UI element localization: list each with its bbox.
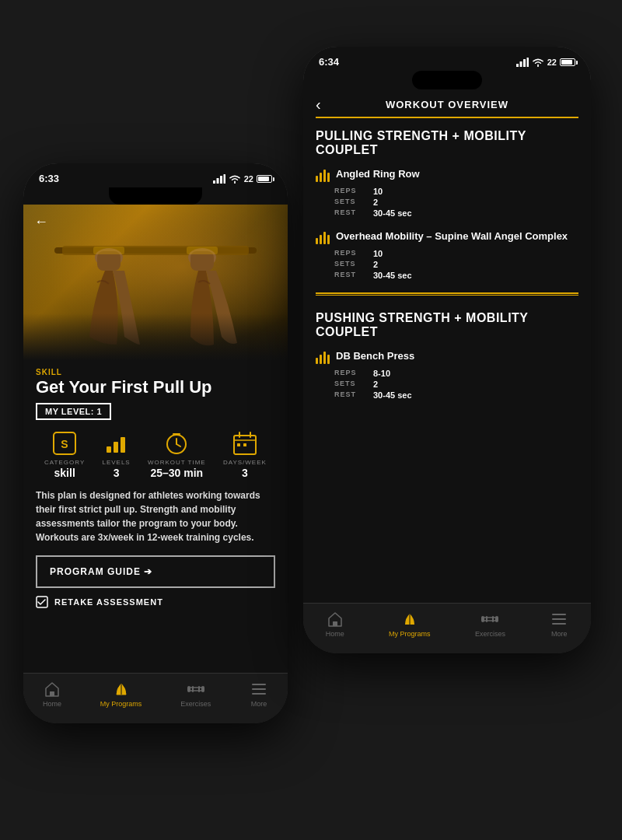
exercise-indicator-1 — [316, 170, 330, 182]
checkmark-icon — [36, 596, 48, 608]
stat-category: S CATEGORY skill — [44, 429, 85, 479]
signal-icon — [213, 174, 225, 184]
retake-assessment-btn[interactable]: RETAKE ASSESSMENT — [36, 596, 275, 608]
svg-rect-36 — [252, 684, 266, 685]
time-stat-value: 25–30 min — [148, 467, 206, 479]
svg-line-19 — [176, 444, 180, 446]
notch-left — [109, 187, 202, 205]
svg-rect-47 — [495, 616, 498, 622]
workout-title: WORKOUT OVERVIEW — [386, 99, 508, 110]
status-icons-left: 22 — [213, 174, 272, 184]
home-icon-right — [326, 610, 344, 628]
svg-rect-46 — [481, 616, 484, 622]
svg-rect-49 — [492, 616, 494, 622]
more-icon-right — [550, 610, 568, 628]
section-title-pulling: PULLING STRENGTH + MOBILITY COUPLET — [303, 120, 591, 162]
signal-icon-right — [516, 58, 529, 67]
nav-myprograms-left[interactable]: My Programs — [100, 680, 142, 708]
nav-more-left[interactable]: More — [250, 680, 268, 708]
nav-exercises-left[interactable]: Exercises — [180, 680, 211, 708]
time-stat-label: WORKOUT TIME — [148, 459, 206, 466]
svg-rect-43 — [333, 621, 337, 626]
time-icon — [162, 429, 190, 457]
svg-rect-1 — [216, 178, 218, 184]
svg-rect-35 — [198, 686, 200, 692]
bottom-nav-left: Home My Programs — [23, 673, 288, 723]
back-button-left[interactable]: ← — [34, 214, 48, 230]
svg-rect-31 — [189, 688, 203, 691]
left-phone: 6:33 22 — [23, 163, 288, 723]
svg-rect-0 — [213, 180, 215, 184]
nav-myprograms-right[interactable]: My Programs — [389, 610, 431, 638]
exercise-stats-2: REPS 10 SETS 2 REST 30-45 sec — [334, 249, 578, 280]
level-badge: MY LEVEL: 1 — [36, 403, 111, 420]
workout-header: ‹ WORKOUT OVERVIEW — [303, 93, 591, 115]
bottom-nav-right: Home My Programs — [303, 603, 591, 653]
category-stat-value: skill — [44, 467, 85, 479]
time-right: 6:34 — [319, 56, 339, 68]
svg-rect-29 — [50, 691, 54, 696]
nav-label-home-right: Home — [326, 630, 344, 638]
workout-scroll-area[interactable]: PULLING STRENGTH + MOBILITY COUPLET Angl… — [303, 120, 591, 633]
time-left: 6:33 — [39, 173, 59, 184]
nav-more-right[interactable]: More — [550, 610, 568, 638]
svg-rect-14 — [107, 446, 111, 453]
exercise-name-2: Overhead Mobility – Supine Wall Angel Co… — [336, 230, 568, 242]
right-phone: 6:34 22 ‹ WORKOUT — [303, 47, 591, 653]
svg-rect-5 — [62, 246, 249, 255]
status-icons-right: 22 — [516, 58, 575, 67]
exercise-name-1: Angled Ring Row — [336, 168, 420, 180]
nav-home-right[interactable]: Home — [326, 610, 344, 638]
wifi-icon-right — [532, 58, 544, 67]
program-guide-button[interactable]: PROGRAM GUIDE ➔ — [36, 555, 275, 588]
svg-rect-2 — [220, 176, 222, 184]
nav-label-exercises-left: Exercises — [180, 700, 211, 708]
svg-rect-52 — [552, 623, 566, 625]
exercise-stats-1: REPS 10 SETS 2 REST 30-45 sec — [334, 187, 578, 218]
svg-rect-48 — [486, 616, 487, 622]
category-icon: S — [51, 429, 79, 457]
battery-icon-right — [560, 58, 575, 66]
levels-icon — [103, 429, 131, 457]
exercise-overhead-mobility: Overhead Mobility – Supine Wall Angel Co… — [303, 224, 591, 286]
days-stat-value: 3 — [223, 467, 267, 479]
category-stat-label: CATEGORY — [44, 459, 85, 466]
exercise-db-bench-press: DB Bench Press REPS 8-10 SETS 2 REST 30-… — [303, 344, 591, 406]
nav-home-left[interactable]: Home — [43, 680, 61, 708]
exercise-stats-3: REPS 8-10 SETS 2 REST 30-45 sec — [334, 369, 578, 400]
exercise-angled-ring-row: Angled Ring Row REPS 10 SETS 2 REST 30-4… — [303, 162, 591, 224]
program-content: SKILL Get Your First Pull Up MY LEVEL: 1… — [23, 360, 288, 616]
stat-workout-time: WORKOUT TIME 25–30 min — [148, 429, 206, 479]
svg-rect-38 — [252, 693, 266, 695]
stat-days: DAYS/WEEK 3 — [223, 429, 267, 479]
nav-exercises-right[interactable]: Exercises — [475, 610, 505, 638]
svg-rect-3 — [223, 174, 225, 184]
svg-rect-41 — [523, 59, 526, 67]
exercise-indicator-3 — [316, 352, 330, 364]
svg-rect-39 — [516, 64, 519, 67]
exercises-icon-right — [480, 610, 499, 628]
svg-rect-16 — [121, 437, 125, 453]
hero-image: ← — [23, 205, 288, 360]
svg-rect-27 — [243, 443, 246, 446]
nav-label-exercises-right: Exercises — [475, 630, 505, 638]
nav-label-myprograms-right: My Programs — [389, 630, 431, 638]
svg-rect-42 — [526, 58, 529, 67]
battery-icon-left — [257, 175, 272, 183]
program-description: This plan is designed for athletes worki… — [36, 488, 275, 544]
status-bar-right: 6:34 22 — [303, 47, 591, 71]
svg-rect-10 — [93, 247, 124, 254]
svg-rect-34 — [192, 686, 194, 692]
header-separator — [316, 117, 578, 118]
nav-label-home-left: Home — [43, 700, 61, 708]
nav-label-more-left: More — [251, 700, 267, 708]
svg-text:S: S — [61, 438, 68, 450]
battery-label-right: 22 — [547, 58, 557, 67]
svg-rect-50 — [552, 614, 566, 615]
back-button-right[interactable]: ‹ — [316, 96, 321, 114]
exercises-icon-left — [187, 680, 205, 698]
section-title-pushing: PUSHING STRENGTH + MOBILITY COUPLET — [303, 302, 591, 344]
svg-rect-37 — [252, 688, 266, 690]
exercise-indicator-2 — [316, 232, 330, 244]
stats-row: S CATEGORY skill LEVELS — [36, 429, 275, 479]
